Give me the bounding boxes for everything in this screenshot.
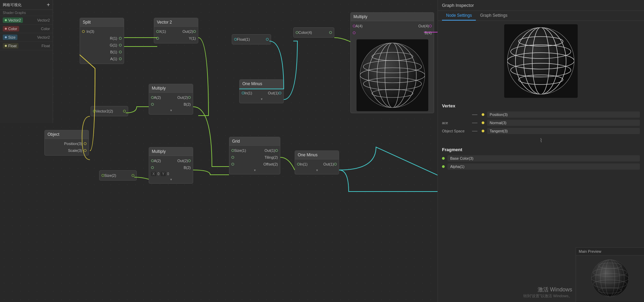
port-dot-float1-out[interactable] <box>266 38 269 41</box>
property-tag-color[interactable]: Color <box>3 26 19 31</box>
port-dot-b2-m2[interactable] <box>151 166 154 169</box>
node-vector2[interactable]: Vector 2 X(1) Out(2) Y(1) <box>154 18 198 43</box>
sphere-svg <box>357 39 428 111</box>
port-dot-out2-m2[interactable] <box>188 159 191 162</box>
expand-m2[interactable]: ▾ <box>149 177 193 182</box>
port-dot-b4[interactable] <box>353 31 355 34</box>
port-label-g1: G(1) <box>110 43 117 47</box>
dot-size <box>5 36 7 38</box>
main-preview-svg <box>576 255 644 301</box>
port-dot-y1[interactable] <box>156 37 159 40</box>
output-tangent3[interactable]: Tangent(3) <box>487 128 640 134</box>
port-dot-size2-out[interactable] <box>132 174 134 177</box>
port-dot-vector2-2-in[interactable] <box>93 110 96 113</box>
port-dot-scale3[interactable] <box>84 149 86 152</box>
port-label-out2a: Out(2) <box>183 29 193 34</box>
port-label-size2: Size(2) <box>104 173 116 178</box>
node-one-minus2[interactable]: One Minus In(1) Out(1) ▾ <box>295 150 339 174</box>
node-one-minus1[interactable]: One Minus In(1) Out(1) ▾ <box>239 79 284 103</box>
property-type-color: Color <box>41 27 50 31</box>
expand-grid[interactable]: ▾ <box>229 168 280 173</box>
node-multiply1[interactable]: Multiply A(2) Out(2) B(2) ▾ <box>149 84 193 115</box>
port-dot-position3[interactable] <box>84 142 86 145</box>
node-multiply-big[interactable]: Multiply A(4) Out(4) B(4) <box>350 12 434 113</box>
property-vector2[interactable]: Vector2 Vector2 <box>0 16 53 25</box>
port-a2-m1: A(2) Out(2) <box>149 94 193 101</box>
port-dot-x1[interactable] <box>156 30 159 33</box>
node-float[interactable]: Float(1) <box>232 34 271 44</box>
shader-graph-canvas[interactable]: 网格可视化 + Shader Graphs Vector2 Vector2 Co… <box>0 0 438 302</box>
node-multiply2-title: Multiply <box>149 147 193 156</box>
property-tag-vector2[interactable]: Vector2 <box>3 17 23 23</box>
node-grid[interactable]: Grid Size(1) Out(1) Tiling(2) Offset(2) … <box>229 137 280 174</box>
expand-om2[interactable]: ▾ <box>295 168 339 173</box>
port-dot-a2-m1[interactable] <box>151 96 154 99</box>
port-offset2: Offset(2) <box>229 161 280 168</box>
port-dot-in1-om1[interactable] <box>242 92 244 94</box>
output-alpha1[interactable]: Alpha(1) <box>447 163 640 170</box>
expand-m1[interactable]: ▾ <box>149 108 193 113</box>
port-label-in1-om1: In(1) <box>244 91 252 95</box>
port-dot-in1-om2[interactable] <box>297 163 300 166</box>
xy-input-row: X 0 Y 0 <box>149 171 193 177</box>
property-color[interactable]: Color Color <box>0 25 53 33</box>
port-dot-a1[interactable] <box>119 57 122 60</box>
port-dot-size2-in[interactable] <box>102 174 104 177</box>
output-position3[interactable]: Position(3) <box>487 111 640 118</box>
node-object[interactable]: Object Position(3) Scale(3) <box>44 130 89 156</box>
port-dot-out4[interactable] <box>429 25 432 27</box>
add-property-button[interactable]: + <box>47 2 50 8</box>
port-dot-out1-grid[interactable] <box>275 149 278 152</box>
port-dot-in3[interactable] <box>82 30 85 33</box>
property-size[interactable]: Size Vector2 <box>0 33 53 42</box>
node-multiply2[interactable]: Multiply A(2) Out(2) B(2) X 0 Y 0 ▾ <box>149 147 193 184</box>
port-dot-a4[interactable] <box>353 25 355 27</box>
y-value: 0 <box>167 172 169 176</box>
port-label-in1-om2: In(1) <box>300 162 308 166</box>
port-in1-om2: In(1) Out(1) <box>295 161 339 168</box>
port-label-color4: Color(4) <box>298 30 312 35</box>
tab-node-settings[interactable]: Node Settings <box>442 11 476 21</box>
output-basecolor3[interactable]: Base Color(3) <box>447 155 640 161</box>
port-dot-out2-m1[interactable] <box>188 96 191 99</box>
property-tag-float[interactable]: Float <box>3 43 18 49</box>
port-dot-out2a[interactable] <box>193 30 196 33</box>
expand-om1[interactable]: ▾ <box>240 96 283 102</box>
node-split[interactable]: Split In(3) R(1) G(1) B(1) A(1) <box>80 18 124 64</box>
port-dot-tiling2[interactable] <box>231 156 234 159</box>
dot-alpha1 <box>442 165 445 168</box>
property-tag-size[interactable]: Size <box>3 35 17 40</box>
port-dot-g1[interactable] <box>119 44 122 47</box>
vertex-tangent-space-label: Object Space <box>442 129 469 133</box>
dot-float <box>5 45 7 47</box>
port-dot-float1[interactable] <box>234 38 237 41</box>
x-label: X <box>151 172 156 176</box>
port-dot-size1[interactable] <box>231 149 234 152</box>
property-float[interactable]: Float Float <box>0 42 53 50</box>
port-dot-offset2[interactable] <box>231 163 234 166</box>
node-vector2-2[interactable]: Vector2(2) <box>91 106 128 116</box>
port-dot-out1-om1[interactable] <box>279 92 281 94</box>
node-multiply2-body: A(2) Out(2) B(2) X 0 Y 0 ▾ <box>149 156 193 183</box>
port-label-vector2-2: Vector2(2) <box>96 109 113 113</box>
activation-subtitle: 转到"设置"以激活 Windows。 <box>523 293 573 299</box>
vertex-position-connector: ── <box>472 113 478 117</box>
port-dot-a2-m2[interactable] <box>151 159 154 162</box>
port-dot-color4-in[interactable] <box>296 31 298 34</box>
port-dot-out1-om2[interactable] <box>334 163 337 166</box>
connector-symbol: ⌇ <box>438 136 644 145</box>
port-a4: A(4) Out(4) <box>351 23 434 29</box>
port-dot-b1[interactable] <box>119 51 122 53</box>
tab-graph-settings[interactable]: Graph Settings <box>476 11 511 21</box>
node-size2[interactable]: Size(2) <box>99 170 137 181</box>
vertex-section-title: Vertex <box>438 101 644 110</box>
node-color4[interactable]: Color(4) <box>293 27 334 38</box>
dot-basecolor3 <box>442 157 445 160</box>
port-dot-color4-out[interactable] <box>329 31 332 34</box>
port-dot-r1[interactable] <box>119 37 122 40</box>
node-one-minus1-body: In(1) Out(1) ▾ <box>240 88 283 103</box>
port-dot-b2-m1[interactable] <box>151 103 154 106</box>
port-dot-vector2-2-out[interactable] <box>123 110 126 113</box>
output-normal3[interactable]: Normal(3) <box>487 120 640 126</box>
port-x1: X(1) Out(2) <box>154 28 198 35</box>
